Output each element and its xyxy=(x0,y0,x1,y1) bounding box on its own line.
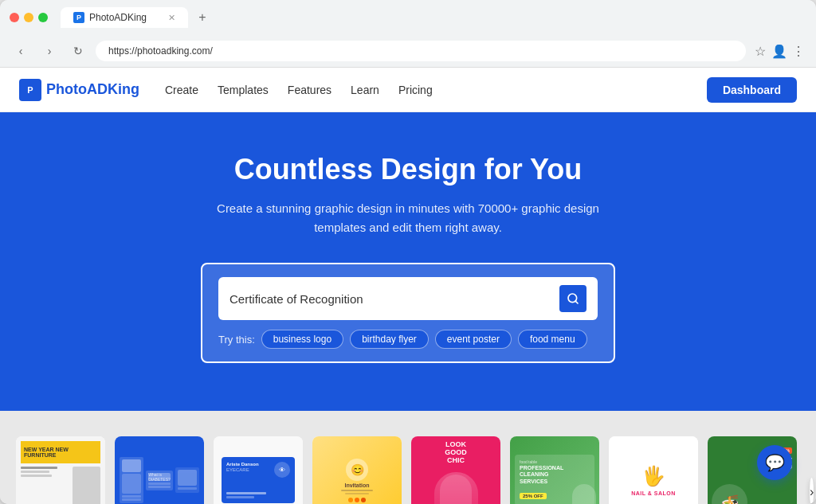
browser-action-buttons: ☆ 👤 ⋮ xyxy=(752,43,806,59)
url-input[interactable] xyxy=(96,41,746,61)
template-card-logo[interactable]: 🖐 NAIL & SALON Logo xyxy=(609,436,698,504)
template-card-businesscard[interactable]: Ariste DansonEYECARE 👁 Business Card xyxy=(214,436,303,504)
template-thumb-invitation: 😊 Invitation xyxy=(312,436,402,504)
try-label: Try this: xyxy=(218,334,255,346)
dashboard-button[interactable]: Dashboard xyxy=(707,77,797,103)
templates-carousel: NEW YEAR NEW FURNITURE Flyer xyxy=(16,436,800,504)
nav-links: Create Templates Features Learn Pricing xyxy=(165,84,707,96)
search-bar xyxy=(218,277,598,320)
try-this-section: Try this: business logo birthday flyer e… xyxy=(218,330,598,349)
search-button[interactable] xyxy=(559,285,586,312)
search-input[interactable] xyxy=(230,292,553,306)
template-card-poster[interactable]: LOOKGOODCHIC Poster xyxy=(411,436,500,504)
nav-features[interactable]: Features xyxy=(288,84,332,96)
page-content: P PhotoADKing Create Templates Features … xyxy=(0,68,816,504)
refresh-button[interactable]: ↻ xyxy=(67,40,89,62)
tag-birthday-flyer[interactable]: birthday flyer xyxy=(350,330,429,349)
window-controls xyxy=(10,13,48,22)
site-logo[interactable]: P PhotoADKing xyxy=(19,79,139,101)
chat-button[interactable]: 💬 xyxy=(757,445,792,480)
tab-close-btn[interactable]: ✕ xyxy=(168,13,175,23)
new-tab-button[interactable]: + xyxy=(191,6,214,29)
bookmark-icon[interactable]: ☆ xyxy=(752,43,768,59)
tag-food-menu[interactable]: food menu xyxy=(518,330,587,349)
template-thumb-brochure: What isDIABETES? xyxy=(115,436,204,504)
nav-create[interactable]: Create xyxy=(165,84,198,96)
search-icon xyxy=(567,292,579,305)
template-thumb-productad: food table PROFESSIONALCLEANINGSERVICES … xyxy=(510,436,599,504)
tab-bar: P PhotoADKing ✕ + xyxy=(61,6,806,29)
active-tab[interactable]: P PhotoADKing ✕ xyxy=(61,7,188,28)
maximize-dot[interactable] xyxy=(38,13,48,22)
nav-learn[interactable]: Learn xyxy=(351,84,379,96)
hero-title: Countless Design for You xyxy=(19,152,797,186)
hero-section: Countless Design for You Create a stunni… xyxy=(0,112,816,411)
carousel-next-button[interactable]: › xyxy=(810,478,814,504)
template-card-flyer[interactable]: NEW YEAR NEW FURNITURE Flyer xyxy=(16,436,105,504)
template-card-productad[interactable]: food table PROFESSIONALCLEANINGSERVICES … xyxy=(510,436,599,504)
menu-icon[interactable]: ⋮ xyxy=(790,43,806,59)
chat-icon: 💬 xyxy=(765,453,785,472)
close-dot[interactable] xyxy=(10,13,19,22)
tab-favicon: P xyxy=(73,12,84,23)
address-bar-row: ‹ › ↻ ☆ 👤 ⋮ xyxy=(0,35,816,68)
nav-templates[interactable]: Templates xyxy=(218,84,269,96)
template-card-brochure[interactable]: What isDIABETES? Brochure xyxy=(115,436,204,504)
template-thumb-businesscard: Ariste DansonEYECARE 👁 xyxy=(214,436,303,504)
forward-button[interactable]: › xyxy=(38,40,61,62)
tag-event-poster[interactable]: event poster xyxy=(435,330,512,349)
back-button[interactable]: ‹ xyxy=(10,40,32,62)
nav-pricing[interactable]: Pricing xyxy=(398,84,433,96)
template-card-invitation[interactable]: 😊 Invitation Invitation xyxy=(312,436,402,504)
search-container: Try this: business logo birthday flyer e… xyxy=(201,263,615,363)
logo-text: PhotoADKing xyxy=(46,81,139,98)
browser-titlebar: P PhotoADKing ✕ + xyxy=(0,0,816,35)
svg-line-1 xyxy=(575,301,578,303)
logo-icon: P xyxy=(19,79,41,101)
template-thumb-logo: 🖐 NAIL & SALON xyxy=(609,436,698,504)
tag-business-logo[interactable]: business logo xyxy=(261,330,343,349)
minimize-dot[interactable] xyxy=(24,13,33,22)
tab-title: PhotoADKing xyxy=(89,12,147,23)
site-navbar: P PhotoADKing Create Templates Features … xyxy=(0,68,816,112)
account-icon[interactable]: 👤 xyxy=(771,43,787,59)
browser-window: P PhotoADKing ✕ + ‹ › ↻ ☆ 👤 ⋮ P xyxy=(0,0,816,504)
template-thumb-flyer: NEW YEAR NEW FURNITURE xyxy=(16,436,105,504)
hero-subtitle: Create a stunning graphic design in minu… xyxy=(201,199,615,237)
templates-section: NEW YEAR NEW FURNITURE Flyer xyxy=(0,411,816,504)
template-thumb-poster: LOOKGOODCHIC xyxy=(411,436,500,504)
